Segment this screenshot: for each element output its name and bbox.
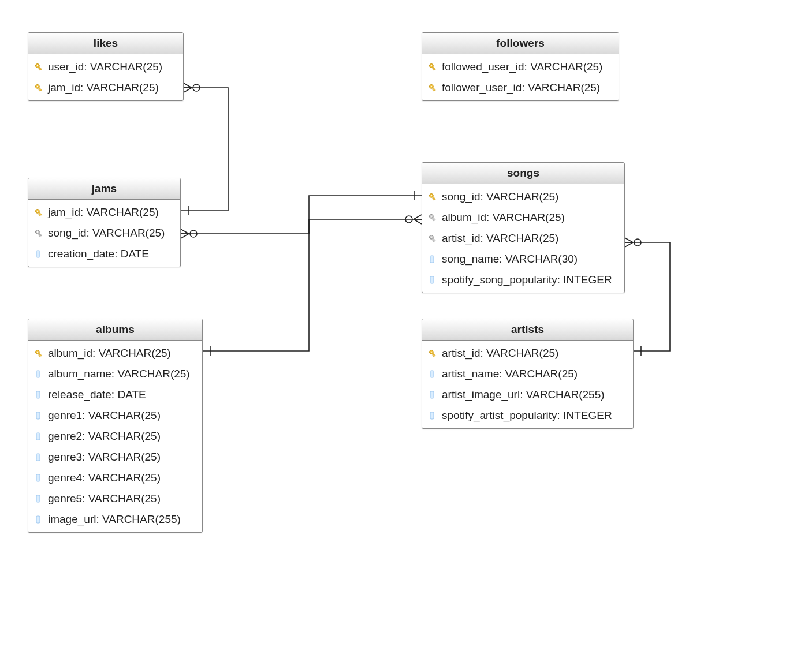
column-row[interactable]: genre2: VARCHAR(25)	[28, 426, 202, 447]
column-text: jam_id: VARCHAR(25)	[48, 81, 159, 94]
entity-jams[interactable]: jams jam_id: VARCHAR(25)song_id: VARCHAR…	[28, 178, 181, 267]
column-text: artist_image_url: VARCHAR(255)	[442, 388, 605, 401]
entity-albums[interactable]: albums album_id: VARCHAR(25)album_name: …	[28, 319, 203, 533]
column-field-icon	[34, 390, 43, 399]
entity-likes[interactable]: likes user_id: VARCHAR(25)jam_id: VARCHA…	[28, 32, 184, 101]
entity-body: song_id: VARCHAR(25)album_id: VARCHAR(25…	[422, 184, 624, 293]
column-row[interactable]: jam_id: VARCHAR(25)	[28, 202, 180, 223]
entity-header: artists	[422, 319, 633, 341]
column-text: release_date: DATE	[48, 388, 146, 401]
column-field-icon	[428, 411, 437, 420]
entity-header: jams	[28, 178, 180, 200]
column-text: genre4: VARCHAR(25)	[48, 472, 161, 484]
primary-key-icon	[34, 62, 43, 72]
svg-point-0	[193, 84, 200, 91]
column-row[interactable]: artist_image_url: VARCHAR(255)	[422, 384, 633, 405]
column-text: creation_date: DATE	[48, 248, 149, 260]
column-row[interactable]: jam_id: VARCHAR(25)	[28, 77, 183, 98]
svg-rect-61	[36, 454, 40, 461]
column-row[interactable]: image_url: VARCHAR(255)	[28, 509, 202, 530]
column-row[interactable]: creation_date: DATE	[28, 244, 180, 264]
column-text: followed_user_id: VARCHAR(25)	[442, 61, 602, 73]
column-row[interactable]: song_id: VARCHAR(25)	[28, 223, 180, 244]
column-text: song_id: VARCHAR(25)	[48, 227, 165, 240]
column-row[interactable]: spotify_song_popularity: INTEGER	[422, 270, 624, 290]
svg-rect-64	[36, 516, 40, 523]
svg-rect-63	[36, 495, 40, 502]
primary-key-icon	[428, 192, 437, 201]
entity-header: albums	[28, 319, 202, 341]
column-text: spotify_song_popularity: INTEGER	[442, 274, 612, 286]
column-row[interactable]: artist_id: VARCHAR(25)	[422, 343, 633, 364]
column-field-icon	[428, 369, 437, 379]
column-text: artist_id: VARCHAR(25)	[442, 347, 558, 360]
column-row[interactable]: album_id: VARCHAR(25)	[422, 207, 624, 228]
column-row[interactable]: release_date: DATE	[28, 384, 202, 405]
column-text: artist_id: VARCHAR(25)	[442, 232, 558, 245]
column-row[interactable]: genre3: VARCHAR(25)	[28, 447, 202, 468]
column-text: genre3: VARCHAR(25)	[48, 451, 161, 463]
entity-artists[interactable]: artists artist_id: VARCHAR(25)artist_nam…	[422, 319, 634, 429]
svg-rect-51	[430, 276, 434, 283]
column-row[interactable]: song_id: VARCHAR(25)	[422, 186, 624, 207]
svg-point-1	[190, 230, 197, 237]
svg-rect-71	[430, 391, 434, 398]
rel-jams-songs	[181, 191, 422, 238]
column-row[interactable]: song_name: VARCHAR(30)	[422, 249, 624, 270]
foreign-key-icon	[428, 234, 437, 243]
foreign-key-icon	[428, 213, 437, 222]
column-field-icon	[34, 515, 43, 524]
er-canvas: likes user_id: VARCHAR(25)jam_id: VARCHA…	[0, 0, 812, 658]
entity-followers[interactable]: followers followed_user_id: VARCHAR(25)f…	[422, 32, 619, 101]
svg-rect-59	[36, 412, 40, 419]
column-row[interactable]: album_name: VARCHAR(25)	[28, 364, 202, 384]
entity-body: followed_user_id: VARCHAR(25)follower_us…	[422, 54, 619, 100]
column-row[interactable]: artist_id: VARCHAR(25)	[422, 228, 624, 249]
svg-rect-28	[38, 214, 39, 215]
svg-rect-58	[36, 391, 40, 398]
column-field-icon	[34, 369, 43, 379]
svg-rect-57	[36, 371, 40, 377]
column-text: album_id: VARCHAR(25)	[442, 211, 565, 224]
column-row[interactable]: spotify_artist_popularity: INTEGER	[422, 405, 633, 426]
rel-albums-songs	[203, 215, 422, 356]
svg-rect-60	[36, 433, 40, 440]
column-row[interactable]: genre4: VARCHAR(25)	[28, 468, 202, 488]
primary-key-icon	[428, 349, 437, 358]
column-field-icon	[428, 275, 437, 285]
column-text: genre5: VARCHAR(25)	[48, 492, 161, 505]
column-text: image_url: VARCHAR(255)	[48, 513, 181, 526]
column-text: song_id: VARCHAR(25)	[442, 190, 558, 203]
column-row[interactable]: album_id: VARCHAR(25)	[28, 343, 202, 364]
primary-key-icon	[428, 83, 437, 92]
svg-rect-13	[38, 89, 39, 90]
entity-body: album_id: VARCHAR(25)album_name: VARCHAR…	[28, 341, 202, 532]
rel-likes-jams	[181, 83, 228, 215]
entity-header: followers	[422, 33, 619, 54]
column-field-icon	[34, 249, 43, 259]
entity-body: jam_id: VARCHAR(25)song_id: VARCHAR(25)c…	[28, 200, 180, 267]
entity-songs[interactable]: songs song_id: VARCHAR(25)album_id: VARC…	[422, 162, 625, 293]
column-row[interactable]: follower_user_id: VARCHAR(25)	[422, 77, 619, 98]
column-field-icon	[34, 494, 43, 503]
column-row[interactable]: followed_user_id: VARCHAR(25)	[422, 57, 619, 77]
svg-rect-8	[38, 68, 39, 69]
column-text: follower_user_id: VARCHAR(25)	[442, 81, 600, 94]
column-row[interactable]: genre1: VARCHAR(25)	[28, 405, 202, 426]
svg-rect-72	[430, 412, 434, 419]
column-field-icon	[34, 411, 43, 420]
column-field-icon	[34, 432, 43, 441]
column-field-icon	[428, 255, 437, 264]
svg-rect-34	[36, 251, 40, 257]
column-row[interactable]: genre5: VARCHAR(25)	[28, 488, 202, 509]
entity-header: songs	[422, 163, 624, 184]
primary-key-icon	[34, 349, 43, 358]
column-text: jam_id: VARCHAR(25)	[48, 206, 159, 219]
column-row[interactable]: artist_name: VARCHAR(25)	[422, 364, 633, 384]
svg-point-2	[405, 216, 412, 223]
foreign-key-icon	[34, 229, 43, 238]
primary-key-icon	[428, 62, 437, 72]
column-text: artist_name: VARCHAR(25)	[442, 368, 578, 380]
column-text: album_id: VARCHAR(25)	[48, 347, 171, 360]
column-row[interactable]: user_id: VARCHAR(25)	[28, 57, 183, 77]
